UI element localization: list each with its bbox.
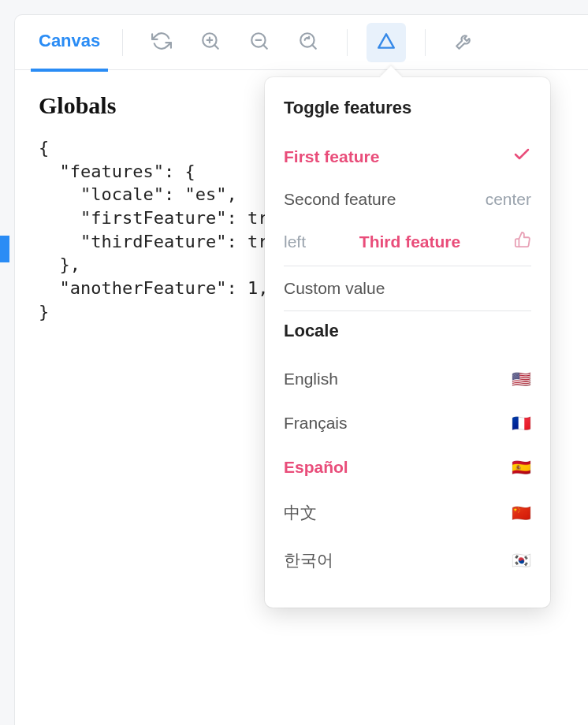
feature-label: Second feature (284, 190, 396, 209)
feature-label: Third feature (359, 232, 460, 251)
locale-section-title: Locale (284, 321, 531, 341)
tools-button[interactable] (445, 23, 484, 62)
locale-label: English (284, 370, 338, 389)
locale-label: 中文 (284, 502, 317, 524)
selection-marker (0, 236, 9, 262)
feature-label: Custom value (284, 279, 385, 298)
thumbs-up-icon (514, 231, 531, 253)
divider (284, 310, 531, 311)
svg-line-8 (312, 45, 316, 49)
locale-label: Español (284, 458, 348, 477)
svg-line-5 (263, 45, 267, 49)
divider (284, 266, 531, 266)
toggle-features-button[interactable] (367, 23, 406, 62)
zoom-in-button[interactable] (191, 23, 230, 62)
flag-icon: 🇨🇳 (512, 504, 531, 522)
locale-item-francais[interactable]: Français 🇫🇷 (284, 401, 531, 445)
wrench-icon (454, 31, 474, 54)
separator (347, 29, 348, 56)
feature-left-value: left (284, 232, 306, 251)
svg-line-1 (214, 45, 218, 49)
zoom-in-icon (200, 31, 221, 54)
separator (122, 29, 123, 56)
feature-item-third[interactable]: left Third feature (284, 220, 531, 264)
refresh-button[interactable] (142, 23, 181, 62)
locale-item-english[interactable]: English 🇺🇸 (284, 357, 531, 401)
feature-item-first[interactable]: First feature (284, 134, 531, 179)
toolbar: Canvas (15, 15, 588, 70)
locale-label: Français (284, 414, 348, 433)
feature-right-value: center (486, 190, 531, 209)
features-popover: Toggle features First feature Second fea… (265, 77, 550, 608)
flag-icon: 🇰🇷 (512, 551, 531, 570)
flag-icon: 🇫🇷 (512, 414, 531, 433)
locale-item-chinese[interactable]: 中文 🇨🇳 (284, 489, 531, 537)
features-section-title: Toggle features (284, 98, 531, 118)
zoom-out-icon (249, 31, 270, 54)
locale-item-espanol[interactable]: Español 🇪🇸 (284, 445, 531, 489)
locale-label: 한국어 (284, 549, 333, 571)
zoom-out-button[interactable] (240, 23, 279, 62)
tab-canvas[interactable]: Canvas (31, 13, 108, 72)
zoom-reset-icon (298, 31, 318, 54)
feature-item-second[interactable]: Second feature center (284, 179, 531, 220)
feature-item-custom[interactable]: Custom value (284, 268, 531, 309)
check-icon (512, 145, 531, 168)
feature-label: First feature (284, 147, 379, 166)
triangle-icon (376, 31, 396, 54)
separator (425, 29, 426, 56)
locale-item-korean[interactable]: 한국어 🇰🇷 (284, 537, 531, 584)
zoom-reset-button[interactable] (288, 23, 328, 62)
flag-icon: 🇺🇸 (512, 370, 531, 389)
refresh-icon (151, 31, 172, 54)
flag-icon: 🇪🇸 (512, 458, 531, 477)
